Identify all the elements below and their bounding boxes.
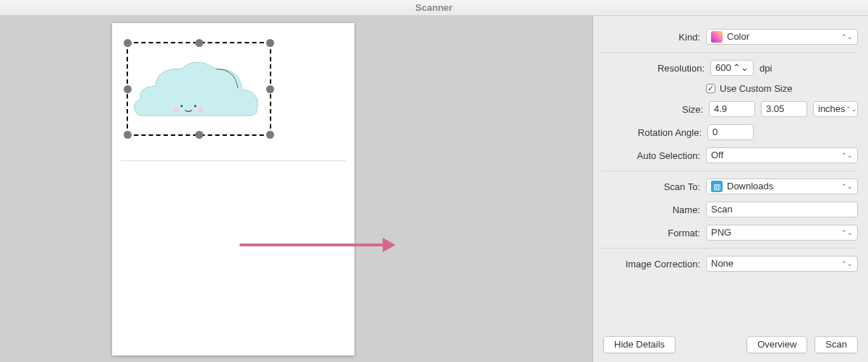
- check-icon: ✓: [706, 84, 715, 93]
- name-label: Name:: [673, 204, 700, 215]
- resolution-unit: dpi: [760, 63, 858, 74]
- window-title: Scanner: [0, 0, 868, 16]
- scan-to-label: Scan To:: [664, 181, 700, 192]
- handle-top-right[interactable]: [266, 39, 274, 47]
- scan-to-select[interactable]: ▥ Downloads ⌃⌄: [706, 178, 858, 194]
- handle-bottom-right[interactable]: [266, 131, 274, 139]
- handle-top-left[interactable]: [124, 39, 132, 47]
- folder-icon: ▥: [711, 181, 723, 192]
- format-label: Format:: [668, 228, 700, 238]
- scan-button[interactable]: Scan: [814, 336, 858, 353]
- resolution-label: Resolution:: [658, 63, 705, 74]
- handle-mid-right[interactable]: [266, 85, 274, 93]
- rotation-label: Rotation Angle:: [638, 127, 702, 138]
- auto-selection-label: Auto Selection:: [637, 150, 700, 161]
- rotation-input[interactable]: 0: [707, 124, 754, 140]
- format-select[interactable]: PNG ⌃⌄: [706, 225, 858, 241]
- image-correction-select[interactable]: None ⌃⌄: [706, 256, 858, 272]
- chevron-updown-icon: ⌃⌄: [841, 230, 853, 236]
- size-label: Size:: [682, 104, 703, 115]
- handle-top-center[interactable]: [195, 39, 203, 47]
- use-custom-size-checkbox[interactable]: ✓ Use Custom Size: [706, 83, 858, 94]
- chevron-updown-icon: ⌃⌄: [846, 106, 857, 113]
- options-panel: Kind: Color ⌃⌄ Resolution: 600 ⌃⌄ dpi ✓: [593, 16, 868, 362]
- chevron-updown-icon: ⌃⌄: [841, 184, 853, 190]
- kind-select[interactable]: Color ⌃⌄: [706, 29, 858, 45]
- size-unit-select[interactable]: inches ⌃⌄: [813, 101, 858, 117]
- handle-bottom-center[interactable]: [195, 131, 203, 139]
- chevron-updown-icon: ⌃⌄: [841, 261, 853, 267]
- chevron-updown-icon: ⌃⌄: [733, 61, 749, 75]
- color-icon: [711, 31, 723, 43]
- scan-preview-area[interactable]: [0, 16, 593, 362]
- size-width-input[interactable]: 4.9: [709, 101, 755, 117]
- annotation-arrow: [239, 244, 384, 246]
- kind-label: Kind:: [678, 32, 700, 43]
- scan-page: [112, 23, 354, 355]
- image-correction-label: Image Correction:: [626, 259, 700, 270]
- handle-bottom-left[interactable]: [124, 131, 132, 139]
- auto-selection-select[interactable]: Off ⌃⌄: [706, 147, 858, 163]
- chevron-updown-icon: ⌃⌄: [841, 34, 853, 40]
- name-input[interactable]: Scan: [706, 202, 858, 217]
- overview-button[interactable]: Overview: [746, 336, 807, 353]
- crop-selection[interactable]: [127, 42, 271, 136]
- chevron-updown-icon: ⌃⌄: [841, 152, 853, 159]
- resolution-select[interactable]: 600 ⌃⌄: [710, 60, 754, 76]
- hide-details-button[interactable]: Hide Details: [603, 336, 676, 353]
- size-height-input[interactable]: 3.05: [761, 101, 807, 117]
- handle-mid-left[interactable]: [124, 85, 132, 93]
